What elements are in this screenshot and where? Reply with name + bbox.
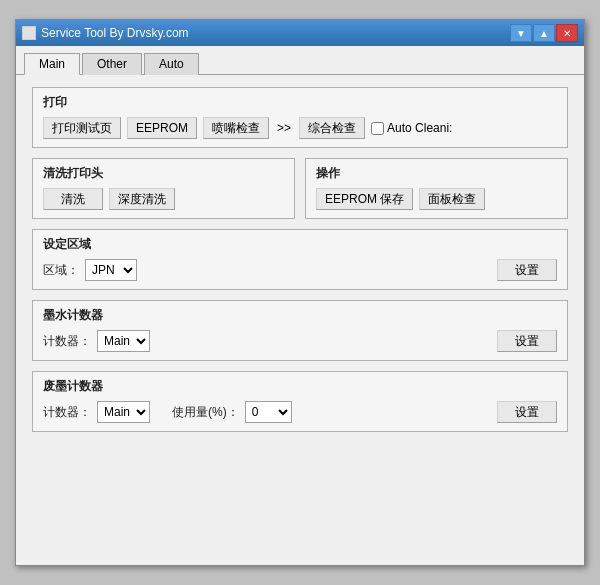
print-title: 打印	[43, 94, 557, 111]
tab-bar: Main Other Auto	[16, 46, 584, 75]
waste-counter-label: 计数器：	[43, 404, 91, 421]
auto-clean-checkbox[interactable]	[371, 122, 384, 135]
tab-main[interactable]: Main	[24, 53, 80, 75]
panel-check-button[interactable]: 面板检查	[419, 188, 485, 210]
print-test-button[interactable]: 打印测试页	[43, 117, 121, 139]
usage-select[interactable]: 0 10 20 30 40 50 60 70 80 90 100	[245, 401, 292, 423]
clean-head-title: 清洗打印头	[43, 165, 284, 182]
clean-head-section: 清洗打印头 清洗 深度清洗	[32, 158, 295, 219]
operation-title: 操作	[316, 165, 557, 182]
main-panel: 打印 打印测试页 EEPROM 喷嘴检查 >> 综合检查 Auto Cleani…	[16, 75, 584, 565]
waste-counter-row: 计数器： Main Sub 使用量(%)： 0 10 20 30 40 50 6…	[43, 401, 557, 423]
nozzle-check-button[interactable]: 喷嘴检查	[203, 117, 269, 139]
arrow-icon: >>	[275, 121, 293, 135]
region-select[interactable]: JPN USA EUR CHN	[85, 259, 137, 281]
window-title: Service Tool By Drvsky.com	[41, 26, 189, 40]
eeprom-save-button[interactable]: EEPROM 保存	[316, 188, 413, 210]
minimize-button[interactable]: ▼	[510, 24, 532, 42]
maximize-button[interactable]: ▲	[533, 24, 555, 42]
titlebar-left: Service Tool By Drvsky.com	[22, 26, 189, 40]
titlebar: Service Tool By Drvsky.com ▼ ▲ ✕	[16, 20, 584, 46]
clean-head-row: 清洗 深度清洗	[43, 188, 284, 210]
ink-counter-label: 计数器：	[43, 333, 91, 350]
usage-label: 使用量(%)：	[172, 404, 239, 421]
deep-clean-button[interactable]: 深度清洗	[109, 188, 175, 210]
region-title: 设定区域	[43, 236, 557, 253]
region-row: 区域： JPN USA EUR CHN 设置	[43, 259, 557, 281]
auto-clean-label: Auto Cleani:	[371, 121, 452, 135]
ink-counter-row: 计数器： Main Sub 设置	[43, 330, 557, 352]
ink-counter-title: 墨水计数器	[43, 307, 557, 324]
waste-counter-set-button[interactable]: 设置	[497, 401, 557, 423]
main-window: Service Tool By Drvsky.com ▼ ▲ ✕ Main Ot…	[15, 19, 585, 566]
tab-other[interactable]: Other	[82, 53, 142, 75]
ink-counter-set-button[interactable]: 设置	[497, 330, 557, 352]
region-label: 区域：	[43, 262, 79, 279]
region-set-button[interactable]: 设置	[497, 259, 557, 281]
operation-row: EEPROM 保存 面板检查	[316, 188, 557, 210]
region-section: 设定区域 区域： JPN USA EUR CHN 设置	[32, 229, 568, 290]
waste-counter-section: 废墨计数器 计数器： Main Sub 使用量(%)： 0 10 20 30 4…	[32, 371, 568, 432]
ink-counter-section: 墨水计数器 计数器： Main Sub 设置	[32, 300, 568, 361]
titlebar-controls: ▼ ▲ ✕	[510, 24, 578, 42]
two-col-row: 清洗打印头 清洗 深度清洗 操作 EEPROM 保存 面板检查	[32, 158, 568, 229]
app-icon	[22, 26, 36, 40]
print-row: 打印测试页 EEPROM 喷嘴检查 >> 综合检查 Auto Cleani:	[43, 117, 557, 139]
content-area: Main Other Auto 打印 打印测试页 EEPROM 喷嘴检查 >> …	[16, 46, 584, 565]
waste-counter-title: 废墨计数器	[43, 378, 557, 395]
print-section: 打印 打印测试页 EEPROM 喷嘴检查 >> 综合检查 Auto Cleani…	[32, 87, 568, 148]
eeprom-button[interactable]: EEPROM	[127, 117, 197, 139]
operation-section: 操作 EEPROM 保存 面板检查	[305, 158, 568, 219]
comprehensive-check-button[interactable]: 综合检查	[299, 117, 365, 139]
waste-counter-select[interactable]: Main Sub	[97, 401, 150, 423]
tab-auto[interactable]: Auto	[144, 53, 199, 75]
ink-counter-select[interactable]: Main Sub	[97, 330, 150, 352]
close-button[interactable]: ✕	[556, 24, 578, 42]
clean-button[interactable]: 清洗	[43, 188, 103, 210]
